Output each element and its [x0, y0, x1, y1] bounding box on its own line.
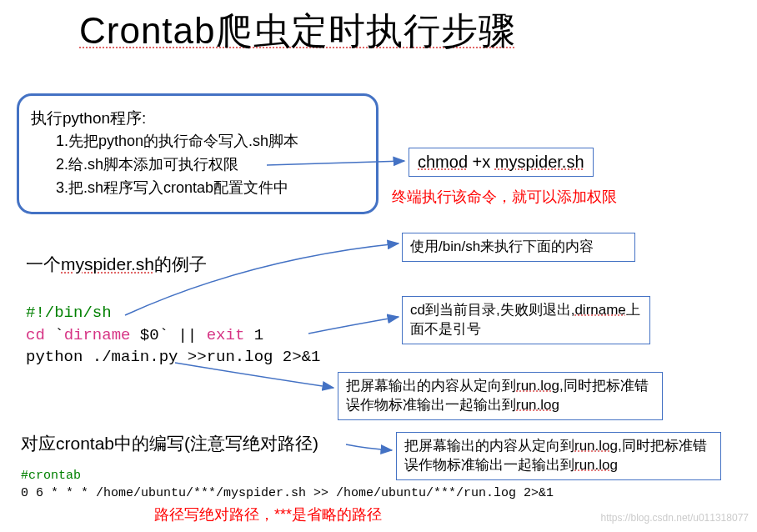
- svg-line-0: [267, 161, 404, 165]
- arrow-step2-to-chmod: [0, 0, 757, 532]
